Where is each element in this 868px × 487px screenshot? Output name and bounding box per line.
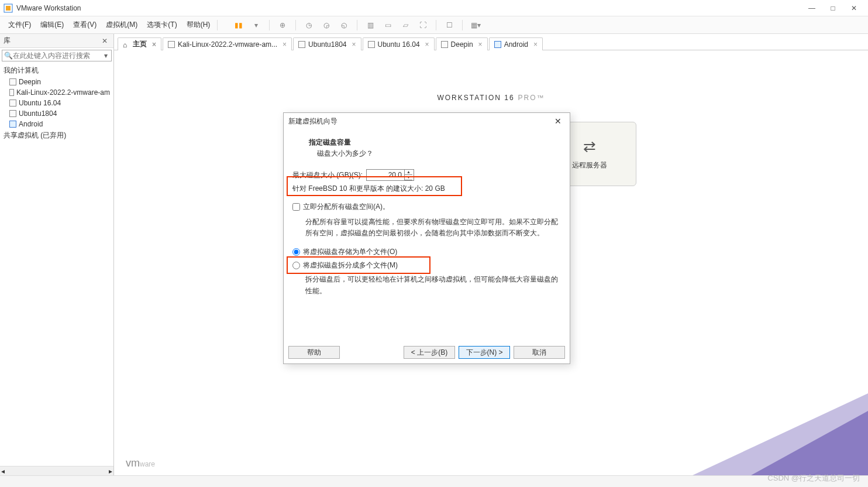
vm-item-ubuntu1804[interactable]: Ubuntu1804 <box>0 108 113 119</box>
fullscreen-icon[interactable]: ⛶ <box>416 18 430 32</box>
vmware-logo-icon <box>4 4 13 13</box>
tab-kali[interactable]: Kali-Linux-2022.2-vmware-am...× <box>163 37 292 50</box>
tab-deepin[interactable]: Deepin× <box>436 37 488 50</box>
search-icon: 🔍 <box>4 52 13 60</box>
play-dropdown-icon[interactable]: ▾ <box>249 18 263 32</box>
dialog-section-sub: 磁盘大小为多少？ <box>317 149 561 159</box>
vmware-footer-logo: vmware <box>126 457 155 469</box>
tree-shared[interactable]: 共享虚拟机 (已弃用) <box>0 129 113 142</box>
sidebar-close-icon[interactable]: ✕ <box>99 37 110 45</box>
tab-android[interactable]: Android× <box>489 37 543 50</box>
close-button[interactable]: ✕ <box>843 4 864 12</box>
alloc-desc: 分配所有容量可以提高性能，但要求所有物理磁盘空间立即可用。如果不立即分配所有空间… <box>305 217 561 239</box>
menu-view[interactable]: 查看(V) <box>68 18 101 32</box>
toolbar: ▮▮ ▾ ⊕ ◷ ◶ ◵ ▥ ▭ ▱ ⛶ ☐ ▦▾ <box>232 18 483 32</box>
home-icon: ⌂ <box>123 41 130 48</box>
brand-title: WORKSTATION 16PRO™ <box>437 85 545 104</box>
card-label: 远程服务器 <box>572 160 607 170</box>
vm-item-kali[interactable]: Kali-Linux-2022.2-vmware-am <box>0 87 113 98</box>
snapshot-icon[interactable]: ◷ <box>302 18 316 32</box>
split-view-icon[interactable]: ▥ <box>363 18 377 32</box>
back-button[interactable]: < 上一步(B) <box>404 346 455 359</box>
status-bar <box>0 475 868 487</box>
snapshot-revert-icon[interactable]: ◵ <box>337 18 351 32</box>
tab-ubuntu1604[interactable]: Ubuntu 16.04× <box>363 37 435 50</box>
quickswitch-icon[interactable]: ▦▾ <box>469 18 483 32</box>
menu-help[interactable]: 帮助(H) <box>182 18 215 32</box>
svg-rect-1 <box>6 6 11 11</box>
send-caps-icon[interactable]: ⊕ <box>275 18 290 32</box>
new-vm-wizard-dialog: 新建虚拟机向导 ✕ 指定磁盘容量 磁盘大小为多少？ 最大磁盘大小 (GB)(S)… <box>283 112 570 364</box>
tab-ubuntu1804[interactable]: Ubuntu1804× <box>293 37 361 50</box>
minimize-button[interactable]: — <box>801 4 822 12</box>
library-sidebar: 库 ✕ 🔍 ▾ 我的计算机 Deepin Kali-Linux-2022.2-v… <box>0 34 114 475</box>
search-box[interactable]: 🔍 ▾ <box>2 50 112 61</box>
menu-bar: 文件(F) 编辑(E) 查看(V) 虚拟机(M) 选项卡(T) 帮助(H) ▮▮… <box>0 16 868 34</box>
tab-close-icon[interactable]: × <box>352 40 356 49</box>
next-button[interactable]: 下一步(N) > <box>459 346 510 359</box>
tab-close-icon[interactable]: × <box>425 40 429 49</box>
menu-tabs[interactable]: 选项卡(T) <box>142 18 181 32</box>
radio-single-file[interactable]: 将虚拟磁盘存储为单个文件(O) <box>292 247 561 257</box>
highlight-single-file <box>287 256 430 274</box>
menu-vm[interactable]: 虚拟机(M) <box>101 18 142 32</box>
alloc-now-input[interactable] <box>292 203 300 211</box>
tab-close-icon[interactable]: × <box>283 40 287 49</box>
dialog-close-icon[interactable]: ✕ <box>551 115 565 127</box>
library-icon[interactable]: ☐ <box>442 18 456 32</box>
window-title: VMware Workstation <box>16 4 801 12</box>
window-title-bar: VMware Workstation — □ ✕ <box>0 0 868 16</box>
alloc-now-checkbox[interactable]: 立即分配所有磁盘空间(A)。 <box>292 202 561 212</box>
vm-tree: 我的计算机 Deepin Kali-Linux-2022.2-vmware-am… <box>0 63 113 466</box>
tree-root[interactable]: 我的计算机 <box>0 64 113 77</box>
single-view-icon[interactable]: ▭ <box>381 18 395 32</box>
split-desc: 拆分磁盘后，可以更轻松地在计算机之间移动虚拟机，但可能会降低大容量磁盘的性能。 <box>305 274 561 296</box>
tab-close-icon[interactable]: × <box>152 40 156 49</box>
cancel-button[interactable]: 取消 <box>514 346 565 359</box>
vm-item-ubuntu1604[interactable]: Ubuntu 16.04 <box>0 98 113 108</box>
highlight-disk-size <box>287 176 462 196</box>
tab-close-icon[interactable]: × <box>478 40 483 49</box>
help-button[interactable]: 帮助 <box>288 346 340 359</box>
search-dropdown-icon[interactable]: ▾ <box>102 52 110 60</box>
watermark: CSDN @行之天道总司一切 <box>767 473 860 483</box>
vm-item-android[interactable]: Android <box>0 119 113 129</box>
dialog-title: 新建虚拟机向导 <box>288 116 337 126</box>
tab-close-icon[interactable]: × <box>533 40 538 49</box>
sidebar-title: 库 <box>4 36 11 46</box>
tab-home[interactable]: ⌂主页× <box>118 37 161 50</box>
snapshot-manage-icon[interactable]: ◶ <box>319 18 333 32</box>
tab-strip: ⌂主页× Kali-Linux-2022.2-vmware-am...× Ubu… <box>114 34 868 50</box>
maximize-button[interactable]: □ <box>822 4 843 12</box>
radio-single-input[interactable] <box>292 248 300 256</box>
vm-item-deepin[interactable]: Deepin <box>0 77 113 87</box>
search-input[interactable] <box>13 52 102 60</box>
menu-file[interactable]: 文件(F) <box>4 18 36 32</box>
unity-icon[interactable]: ▱ <box>398 18 412 32</box>
suspend-icon[interactable]: ▮▮ <box>232 18 246 32</box>
dialog-section-title: 指定磁盘容量 <box>309 138 561 148</box>
remote-server-icon: ⇄ <box>583 138 596 156</box>
spin-up-icon[interactable]: ▲ <box>404 170 412 175</box>
sidebar-scroll-x[interactable]: ◂▸ <box>0 466 113 475</box>
menu-edit[interactable]: 编辑(E) <box>36 18 68 32</box>
